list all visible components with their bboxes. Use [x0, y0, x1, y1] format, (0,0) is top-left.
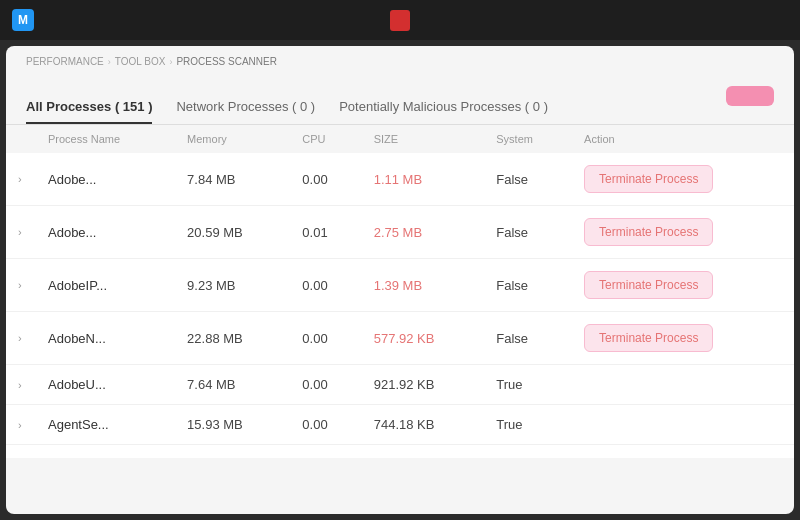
tabs-bar: All Processes ( 151 ) Network Processes …: [6, 93, 794, 125]
row-action-2[interactable]: Terminate Process: [572, 259, 794, 312]
row-size-1: 2.75 MB: [362, 206, 485, 259]
row-cpu-1: 0.01: [290, 206, 361, 259]
app-icon: M: [12, 9, 34, 31]
table-row: › Adobe... 7.84 MB 0.00 1.11 MB False Te…: [6, 153, 794, 206]
tab-network-processes[interactable]: Network Processes ( 0 ): [176, 93, 315, 124]
title-bar-center: [390, 11, 410, 29]
title-bar-controls: [692, 18, 788, 22]
dropdown-button[interactable]: [720, 18, 732, 22]
row-expand-5[interactable]: ›: [6, 405, 36, 445]
row-size-0: 1.11 MB: [362, 153, 485, 206]
col-cpu: CPU: [290, 125, 361, 153]
row-system-6: True: [484, 445, 572, 459]
row-cpu-0: 0.00: [290, 153, 361, 206]
table-row: › AdobeU... 7.64 MB 0.00 921.92 KB True: [6, 365, 794, 405]
row-system-1: False: [484, 206, 572, 259]
row-size-4: 921.92 KB: [362, 365, 485, 405]
row-size-5: 744.18 KB: [362, 405, 485, 445]
terminate-button-3[interactable]: Terminate Process: [584, 324, 713, 352]
row-system-4: True: [484, 365, 572, 405]
row-action-1[interactable]: Terminate Process: [572, 206, 794, 259]
table-row: › AdobeN... 22.88 MB 0.00 577.92 KB Fals…: [6, 312, 794, 365]
tab-all-processes[interactable]: All Processes ( 151 ): [26, 93, 152, 124]
breadcrumb: PERFORMANCE › TOOL BOX › PROCESS SCANNER: [6, 46, 794, 73]
row-cpu-3: 0.00: [290, 312, 361, 365]
row-size-6: 314.50 KB: [362, 445, 485, 459]
row-action-6: [572, 445, 794, 459]
row-memory-1: 20.59 MB: [175, 206, 290, 259]
col-action: Action: [572, 125, 794, 153]
row-expand-6[interactable]: ‹: [6, 445, 36, 459]
row-process-name-6: Aagrea...: [36, 445, 175, 459]
main-panel: PERFORMANCE › TOOL BOX › PROCESS SCANNER…: [6, 46, 794, 514]
row-memory-5: 15.93 MB: [175, 405, 290, 445]
row-cpu-4: 0.00: [290, 365, 361, 405]
table-row: › Adobe... 20.59 MB 0.01 2.75 MB False T…: [6, 206, 794, 259]
row-memory-0: 7.84 MB: [175, 153, 290, 206]
table-row: › AgentSe... 15.93 MB 0.00 744.18 KB Tru…: [6, 405, 794, 445]
col-size: SIZE: [362, 125, 485, 153]
row-memory-4: 7.64 MB: [175, 365, 290, 405]
col-expand: [6, 125, 36, 153]
row-system-2: False: [484, 259, 572, 312]
process-table-container: Process Name Memory CPU SIZE System Acti…: [6, 125, 794, 458]
row-process-name-5: AgentSe...: [36, 405, 175, 445]
row-cpu-2: 0.00: [290, 259, 361, 312]
scan-now-button[interactable]: [726, 86, 774, 106]
title-bar-left: M: [12, 9, 42, 31]
row-process-name-3: AdobeN...: [36, 312, 175, 365]
page-title: [6, 73, 794, 93]
breadcrumb-performance: PERFORMANCE: [26, 56, 104, 67]
row-memory-6: 6.13 MB: [175, 445, 290, 459]
row-expand-1[interactable]: ›: [6, 206, 36, 259]
terminate-button-0[interactable]: Terminate Process: [584, 165, 713, 193]
process-table: Process Name Memory CPU SIZE System Acti…: [6, 125, 794, 458]
row-size-2: 1.39 MB: [362, 259, 485, 312]
terminate-button-2[interactable]: Terminate Process: [584, 271, 713, 299]
settings-button[interactable]: [692, 18, 704, 22]
row-action-3[interactable]: Terminate Process: [572, 312, 794, 365]
col-system: System: [484, 125, 572, 153]
row-action-0[interactable]: Terminate Process: [572, 153, 794, 206]
row-process-name-2: AdobeIP...: [36, 259, 175, 312]
row-process-name-4: AdobeU...: [36, 365, 175, 405]
terminate-button-1[interactable]: Terminate Process: [584, 218, 713, 246]
col-memory: Memory: [175, 125, 290, 153]
row-size-3: 577.92 KB: [362, 312, 485, 365]
row-action-5: [572, 405, 794, 445]
tab-malicious-processes[interactable]: Potentially Malicious Processes ( 0 ): [339, 93, 548, 124]
row-expand-2[interactable]: ›: [6, 259, 36, 312]
row-memory-3: 22.88 MB: [175, 312, 290, 365]
row-expand-3[interactable]: ›: [6, 312, 36, 365]
table-row: ‹ Aagrea... 6.13 MB 0.00 314.50 KB True: [6, 445, 794, 459]
row-cpu-5: 0.00: [290, 405, 361, 445]
table-row: › AdobeIP... 9.23 MB 0.00 1.39 MB False …: [6, 259, 794, 312]
row-process-name-1: Adobe...: [36, 206, 175, 259]
col-process-name: Process Name: [36, 125, 175, 153]
minimize-button[interactable]: [748, 18, 760, 22]
row-expand-4[interactable]: ›: [6, 365, 36, 405]
breadcrumb-toolbox: TOOL BOX: [115, 56, 166, 67]
row-process-name-0: Adobe...: [36, 153, 175, 206]
title-bar: M: [0, 0, 800, 40]
table-header-row: Process Name Memory CPU SIZE System Acti…: [6, 125, 794, 153]
close-window-button[interactable]: [776, 18, 788, 22]
row-action-4: [572, 365, 794, 405]
row-system-0: False: [484, 153, 572, 206]
mini-tool-logo: [390, 10, 410, 31]
row-expand-0[interactable]: ›: [6, 153, 36, 206]
row-memory-2: 9.23 MB: [175, 259, 290, 312]
breadcrumb-current: PROCESS SCANNER: [176, 56, 277, 67]
row-system-3: False: [484, 312, 572, 365]
row-cpu-6: 0.00: [290, 445, 361, 459]
row-system-5: True: [484, 405, 572, 445]
